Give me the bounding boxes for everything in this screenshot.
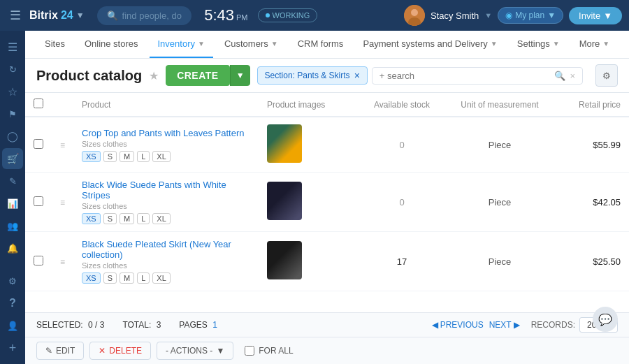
table-settings-button[interactable]: ⚙: [595, 64, 618, 87]
pages-info: PAGES 1: [179, 320, 217, 330]
drag-handle-1[interactable]: ≡: [60, 198, 65, 208]
header-stock: Available stock: [356, 93, 447, 117]
pagination-bar: SELECTED: 0 / 3 TOTAL: 3 PAGES 1 ◀ PREVI…: [25, 312, 629, 337]
user-dropdown-icon[interactable]: ▼: [484, 11, 492, 20]
brand-number: 24: [61, 9, 73, 22]
sidebar-icon-users[interactable]: 👥: [2, 215, 23, 236]
invite-button[interactable]: Invite ▼: [569, 7, 622, 24]
size-tags-2: XSSMLXL: [82, 272, 250, 284]
size-tags-0: XSSMLXL: [82, 151, 250, 162]
nav-item-crm-forms[interactable]: CRM forms: [289, 31, 352, 58]
pagination-controls: ◀ PREVIOUS NEXT ▶: [432, 320, 520, 330]
sidebar-icon-settings[interactable]: ⚙: [2, 270, 23, 291]
edit-label: EDIT: [56, 346, 75, 356]
nav-item-sites[interactable]: Sites: [36, 31, 73, 58]
drag-handle-0[interactable]: ≡: [60, 140, 65, 150]
total-label: TOTAL:: [122, 320, 151, 330]
sidebar-icon-edit[interactable]: ✎: [2, 170, 23, 191]
favorite-icon[interactable]: ★: [149, 69, 159, 82]
size-tag-XS-2[interactable]: XS: [82, 272, 101, 284]
filter-search-icon[interactable]: 🔍: [554, 71, 565, 81]
sidebar-icon-add[interactable]: +: [2, 337, 23, 358]
size-tag-XS-0[interactable]: XS: [82, 151, 101, 162]
size-tag-L-1[interactable]: L: [137, 213, 150, 224]
filter-search-input[interactable]: [379, 71, 551, 81]
sidebar-icon-menu[interactable]: ☰: [2, 36, 23, 57]
size-tag-L-2[interactable]: L: [137, 272, 150, 284]
customers-dropdown-icon: ▼: [271, 40, 278, 48]
size-tag-S-1[interactable]: S: [103, 213, 117, 224]
for-all-section: FOR ALL: [245, 346, 293, 356]
prev-page-button[interactable]: ◀ PREVIOUS: [432, 320, 484, 330]
create-dropdown-button[interactable]: ▼: [230, 65, 250, 86]
pages-value: 1: [212, 320, 217, 330]
chat-bubble[interactable]: 💬: [593, 307, 618, 332]
table-header-row: Product Product images Available stock U…: [25, 93, 629, 117]
size-tag-S-2[interactable]: S: [103, 272, 117, 284]
row-checkbox-1[interactable]: [34, 196, 43, 206]
nav-item-inventory[interactable]: Inventory ▼: [150, 31, 213, 58]
sidebar-icon-help[interactable]: ?: [2, 293, 23, 314]
size-tag-M-1[interactable]: M: [120, 213, 134, 224]
filter-clear-icon[interactable]: ×: [570, 71, 575, 81]
working-badge[interactable]: WORKING: [258, 8, 318, 22]
product-name-0[interactable]: Crop Top and Pants with Leaves Pattern: [82, 128, 250, 138]
sidebar-icon-bell[interactable]: 🔔: [2, 238, 23, 259]
create-button[interactable]: CREATE: [166, 65, 230, 86]
hamburger-icon[interactable]: ☰: [7, 5, 24, 26]
delete-button[interactable]: ✕ DELETE: [89, 342, 151, 360]
action-bar: ✎ EDIT ✕ DELETE - ACTIONS - ▼ FOR ALL: [25, 337, 629, 364]
create-label: CREATE: [177, 70, 219, 81]
nav-item-more[interactable]: More ▼: [571, 31, 619, 58]
sidebar-icon-star[interactable]: ☆: [2, 81, 23, 102]
size-tag-XL-2[interactable]: XL: [152, 272, 170, 284]
price-value-2: $25.50: [593, 256, 621, 267]
size-tag-M-0[interactable]: M: [120, 151, 134, 162]
header-product: Product: [73, 93, 259, 117]
next-icon: ▶: [514, 320, 520, 330]
for-all-checkbox[interactable]: [245, 346, 254, 356]
size-tag-XL-1[interactable]: XL: [152, 213, 170, 224]
sidebar-icon-profile[interactable]: 👤: [2, 315, 23, 336]
invite-dropdown-icon: ▼: [603, 10, 612, 21]
edit-button[interactable]: ✎ EDIT: [36, 342, 84, 360]
sidebar-icon-chart[interactable]: 📊: [2, 193, 23, 214]
brand-arrow-icon[interactable]: ▼: [76, 10, 85, 20]
brand-logo: Bitrix24 ▼: [29, 9, 85, 22]
actions-dropdown-button[interactable]: - ACTIONS - ▼: [157, 342, 233, 360]
product-name-2[interactable]: Black Suede Pleated Skirt (New Year coll…: [82, 239, 250, 260]
nav-item-payment[interactable]: Payment systems and Delivery ▼: [354, 31, 505, 58]
time-value: 5:43: [204, 6, 234, 24]
select-all-checkbox[interactable]: [34, 99, 43, 108]
sidebar-icon-flag[interactable]: ⚑: [2, 103, 23, 124]
user-name: Stacy Smith: [431, 10, 479, 21]
filter-search[interactable]: 🔍 ×: [372, 67, 583, 85]
nav-item-customers[interactable]: Customers ▼: [216, 31, 287, 58]
search-input[interactable]: [122, 10, 182, 21]
sidebar-icon-cart[interactable]: 🛒: [2, 148, 23, 169]
drag-handle-2[interactable]: ≡: [60, 257, 65, 267]
plan-dropdown-icon: ▼: [547, 10, 556, 20]
filter-tag-close-icon[interactable]: ×: [354, 70, 360, 81]
sidebar-icon-circle[interactable]: ◯: [2, 126, 23, 147]
brand-name: Bitrix: [29, 9, 58, 22]
total-value: 3: [157, 320, 161, 330]
nav-item-online-stores[interactable]: Online stores: [76, 31, 147, 58]
product-name-1[interactable]: Black Wide Suede Pants with White Stripe…: [82, 180, 250, 201]
avatar: [404, 5, 425, 26]
next-page-button[interactable]: NEXT ▶: [489, 320, 520, 330]
row-checkbox-0[interactable]: [34, 139, 43, 149]
row-checkbox-2[interactable]: [34, 256, 43, 265]
size-tag-S-0[interactable]: S: [103, 151, 117, 162]
global-search[interactable]: 🔍: [97, 6, 192, 25]
size-tag-XS-1[interactable]: XS: [82, 213, 101, 224]
nav-item-settings[interactable]: Settings ▼: [509, 31, 568, 58]
my-plan-button[interactable]: ◉ My plan ▼: [498, 7, 563, 24]
size-tag-L-0[interactable]: L: [137, 151, 150, 162]
unit-value-0: Piece: [489, 140, 512, 150]
working-dot-icon: [266, 13, 270, 17]
sidebar-icon-refresh[interactable]: ↻: [2, 59, 23, 80]
size-tag-M-2[interactable]: M: [120, 272, 134, 284]
actions-dropdown-icon: ▼: [216, 346, 224, 356]
size-tag-XL-0[interactable]: XL: [152, 151, 170, 162]
